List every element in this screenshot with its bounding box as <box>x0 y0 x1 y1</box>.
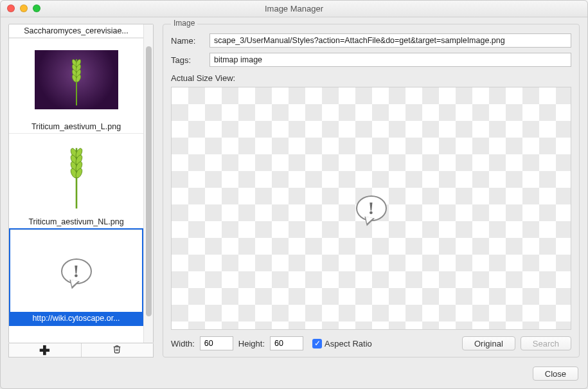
list-item-label: Triticum_aestivum_NL.png <box>9 215 143 228</box>
broken-image-icon: ! <box>61 258 92 284</box>
list-item[interactable]: Saccharomyces_cerevisiae... <box>9 24 143 38</box>
list-item-thumb: ! <box>10 230 142 312</box>
content: Saccharomyces_cerevisiae... <box>1 17 587 388</box>
trash-icon <box>112 345 121 356</box>
list-item[interactable]: ! http://wiki.cytoscape.or... <box>9 228 143 326</box>
name-field[interactable] <box>209 33 571 48</box>
width-label: Width: <box>171 339 195 348</box>
aspect-label: Aspect Ratio <box>325 339 372 348</box>
wheat-icon <box>68 54 85 105</box>
delete-button[interactable] <box>81 343 154 357</box>
add-button[interactable]: ✚ <box>9 343 81 357</box>
checkbox-icon: ✓ <box>312 339 322 348</box>
scrollbar[interactable] <box>143 24 153 343</box>
image-group: Image Name: Tags: Actual Size View: ! <box>163 24 580 357</box>
thumbnail-image <box>35 50 118 109</box>
group-title: Image <box>171 19 197 28</box>
name-label: Name: <box>171 36 204 46</box>
traffic-lights <box>7 5 40 12</box>
size-controls: Width: Height: ✓ Aspect Ratio Original S… <box>171 336 571 350</box>
image-list-scroll[interactable]: Saccharomyces_cerevisiae... <box>9 24 143 343</box>
close-button[interactable]: Close <box>533 366 578 381</box>
scrollbar-thumb[interactable] <box>146 46 152 316</box>
wheat-icon <box>66 140 87 210</box>
name-row: Name: <box>171 33 571 48</box>
plus-icon: ✚ <box>39 343 50 357</box>
tags-row: Tags: <box>171 53 571 67</box>
broken-image-icon: ! <box>356 195 387 221</box>
list-item[interactable]: Triticum_aestivum_L.png <box>9 38 143 133</box>
original-button[interactable]: Original <box>462 336 515 350</box>
minimize-window-icon[interactable] <box>20 5 28 12</box>
search-button: Search <box>521 336 571 350</box>
list-item-label: Saccharomyces_cerevisiae... <box>9 24 143 38</box>
height-field[interactable] <box>270 336 303 350</box>
zoom-window-icon[interactable] <box>33 5 40 12</box>
tags-field[interactable] <box>209 53 571 67</box>
actual-size-label: Actual Size View: <box>171 73 571 83</box>
sidebar: Saccharomyces_cerevisiae... <box>8 24 154 357</box>
titlebar: Image Manager <box>1 1 587 17</box>
sidebar-toolbar: ✚ <box>8 343 154 357</box>
list-item-label: Triticum_aestivum_L.png <box>9 120 143 133</box>
footer: Close <box>1 360 587 388</box>
tags-label: Tags: <box>171 55 204 65</box>
window-title: Image Manager <box>265 4 323 14</box>
image-list: Saccharomyces_cerevisiae... <box>8 24 154 343</box>
preview-area: ! <box>171 87 571 330</box>
list-item[interactable]: Triticum_aestivum_NL.png <box>9 133 143 228</box>
close-window-icon[interactable] <box>7 5 15 12</box>
height-label: Height: <box>238 339 265 348</box>
list-item-thumb <box>9 38 143 120</box>
detail-panel: Image Name: Tags: Actual Size View: ! <box>163 24 580 357</box>
aspect-ratio-checkbox[interactable]: ✓ Aspect Ratio <box>312 339 372 348</box>
width-field[interactable] <box>200 336 233 350</box>
window: Image Manager Saccharomyces_cerevisiae..… <box>0 0 588 389</box>
list-item-label: http://wiki.cytoscape.or... <box>10 312 142 325</box>
main-row: Saccharomyces_cerevisiae... <box>1 17 587 360</box>
list-item-thumb <box>9 133 143 215</box>
